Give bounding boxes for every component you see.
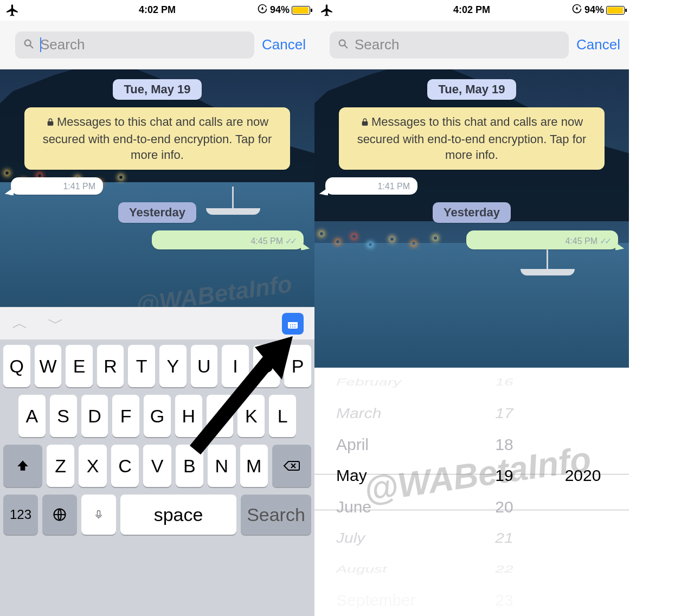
- incoming-message[interactable]: 1:41 PM: [11, 177, 103, 195]
- chat-area[interactable]: Tue, May 19 Messages to this chat and ca…: [314, 69, 629, 368]
- message-time: 1:41 PM: [63, 182, 95, 191]
- lock-icon: [46, 115, 55, 131]
- outgoing-message[interactable]: 4:45 PM✓✓: [466, 230, 618, 249]
- picker-option[interactable]: 20: [495, 491, 513, 523]
- svg-line-1: [30, 45, 33, 48]
- key-e[interactable]: E: [66, 345, 93, 387]
- key-b[interactable]: B: [176, 445, 203, 487]
- svg-point-4: [290, 324, 291, 325]
- status-bar: 4:02 PM 94%: [0, 0, 314, 21]
- key-a[interactable]: A: [18, 395, 46, 437]
- cancel-button[interactable]: Cancel: [262, 36, 306, 53]
- message-time: 4:45 PM: [250, 236, 283, 246]
- key-f[interactable]: F: [112, 395, 139, 437]
- date-picker[interactable]: @WABetaInfo FebruaryMarchAprilMayJuneJul…: [314, 368, 629, 616]
- picker-option[interactable]: 22: [495, 560, 513, 579]
- cancel-button[interactable]: Cancel: [576, 36, 620, 53]
- key-w[interactable]: W: [35, 345, 62, 387]
- key-u[interactable]: U: [191, 345, 218, 387]
- clock: 4:02 PM: [453, 4, 490, 16]
- key-j[interactable]: J: [207, 395, 234, 437]
- svg-point-9: [294, 326, 295, 328]
- key-c[interactable]: C: [111, 445, 139, 487]
- key-v[interactable]: V: [143, 445, 171, 487]
- text-cursor: [40, 37, 41, 52]
- svg-point-8: [292, 326, 293, 328]
- incoming-message[interactable]: 1:41 PM: [325, 177, 417, 195]
- encryption-notice[interactable]: Messages to this chat and calls are now …: [24, 107, 290, 170]
- picker-option[interactable]: February: [336, 373, 401, 392]
- status-bar: 4:02 PM 94%: [314, 0, 629, 21]
- clock: 4:02 PM: [139, 4, 176, 16]
- key-t[interactable]: T: [128, 345, 155, 387]
- search-key[interactable]: Search: [241, 495, 311, 535]
- picker-option[interactable]: May: [336, 460, 367, 492]
- outgoing-message[interactable]: 4:45 PM✓✓: [152, 230, 304, 249]
- picker-option[interactable]: August: [336, 560, 387, 579]
- picker-option[interactable]: September: [336, 585, 416, 617]
- svg-point-6: [294, 324, 295, 325]
- key-l[interactable]: L: [269, 395, 296, 437]
- battery-percent: 94%: [270, 4, 290, 16]
- picker-year-column[interactable]: 2020: [548, 368, 618, 616]
- keyboard-accessory: ︿ ﹀: [0, 307, 314, 339]
- search-bar: Search Cancel: [0, 21, 314, 69]
- space-key[interactable]: space: [120, 495, 236, 535]
- key-d[interactable]: D: [81, 395, 108, 437]
- search-bar: Search Cancel: [314, 21, 629, 69]
- key-i[interactable]: I: [222, 345, 249, 387]
- key-h[interactable]: H: [175, 395, 202, 437]
- calendar-button[interactable]: [282, 313, 304, 335]
- picker-month-column[interactable]: FebruaryMarchAprilMayJuneJulyAugustSepte…: [336, 368, 445, 616]
- svg-point-5: [292, 324, 293, 325]
- message-time: 1:41 PM: [377, 182, 410, 191]
- picker-option[interactable]: 21: [495, 525, 513, 551]
- date-pill-yesterday: Yesterday: [118, 202, 196, 223]
- date-pill-yesterday: Yesterday: [433, 202, 511, 223]
- key-n[interactable]: N: [208, 445, 235, 487]
- picker-option[interactable]: 23: [495, 585, 513, 617]
- key-k[interactable]: K: [237, 395, 265, 437]
- search-field[interactable]: Search: [15, 31, 254, 59]
- rotation-lock-icon: [571, 3, 582, 17]
- read-ticks-icon: ✓✓: [285, 236, 295, 246]
- read-ticks-icon: ✓✓: [600, 236, 609, 246]
- search-icon: [337, 38, 349, 52]
- key-p[interactable]: P: [284, 345, 311, 387]
- picker-option[interactable]: 17: [495, 400, 513, 427]
- dictation-key[interactable]: [81, 495, 116, 535]
- picker-option[interactable]: 2020: [565, 460, 601, 492]
- key-s[interactable]: S: [50, 395, 77, 437]
- key-x[interactable]: X: [79, 445, 106, 487]
- airplane-mode-icon: [5, 3, 20, 20]
- picker-option[interactable]: June: [336, 491, 371, 523]
- globe-key[interactable]: [42, 495, 77, 535]
- key-g[interactable]: G: [144, 395, 171, 437]
- search-icon: [23, 38, 35, 52]
- picker-option[interactable]: 19: [495, 460, 513, 492]
- key-r[interactable]: R: [97, 345, 124, 387]
- picker-option[interactable]: 18: [495, 429, 513, 460]
- rotation-lock-icon: [257, 3, 268, 17]
- key-y[interactable]: Y: [159, 345, 187, 387]
- backspace-key[interactable]: [272, 445, 311, 487]
- picker-day-column[interactable]: 1617181920212223: [477, 368, 531, 616]
- chevron-up-icon[interactable]: ︿: [12, 312, 28, 335]
- picker-option[interactable]: 16: [495, 373, 513, 392]
- key-z[interactable]: Z: [47, 445, 74, 487]
- picker-option[interactable]: July: [336, 525, 365, 551]
- chat-area[interactable]: Tue, May 19 Messages to this chat and ca…: [0, 69, 314, 307]
- keyboard[interactable]: QWERTYUIOP ASDFGHJKL ZXCVBNM 123 space S…: [0, 339, 314, 616]
- chevron-down-icon[interactable]: ﹀: [48, 312, 64, 335]
- key-o[interactable]: O: [253, 345, 280, 387]
- shift-key[interactable]: [3, 445, 42, 487]
- picker-option[interactable]: March: [336, 400, 381, 427]
- encryption-notice[interactable]: Messages to this chat and calls are now …: [339, 107, 605, 170]
- search-field[interactable]: Search: [330, 31, 569, 59]
- battery-icon: [292, 6, 310, 15]
- key-m[interactable]: M: [240, 445, 268, 487]
- key-q[interactable]: Q: [3, 345, 30, 387]
- search-placeholder: Search: [40, 36, 85, 53]
- numbers-key[interactable]: 123: [3, 495, 38, 535]
- picker-option[interactable]: April: [336, 429, 369, 460]
